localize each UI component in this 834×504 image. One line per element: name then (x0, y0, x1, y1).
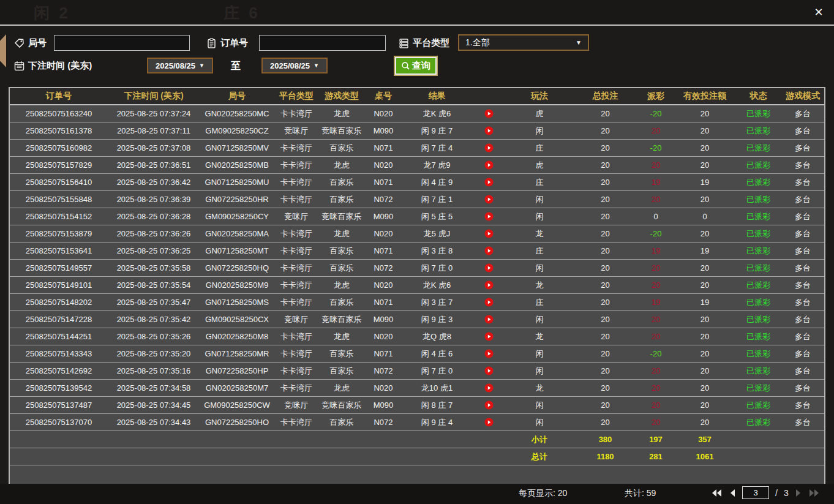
cell-status: 已派彩 (735, 328, 781, 345)
cell-result: 龙K 虎6 (402, 277, 472, 293)
subtotal-payout: 197 (637, 431, 674, 448)
column-header: 下注时间 (美东) (108, 88, 200, 104)
table-row[interactable]: 250825075149557 2025-08-25 07:35:58 GN07… (10, 260, 824, 277)
cell-round-number: GN020258250M8 (200, 328, 274, 345)
cell-game-type: 竞咪百家乐 (318, 122, 365, 139)
cell-play-type: 龙 (506, 277, 573, 293)
cell-payout: -20 (637, 345, 674, 362)
play-video-icon[interactable] (472, 294, 506, 310)
play-video-icon[interactable] (472, 140, 506, 156)
table-row[interactable]: 250825075137070 2025-08-25 07:34:43 GN07… (10, 414, 824, 431)
cell-platform-type: 竞咪厅 (274, 208, 318, 225)
table-row[interactable]: 250825075154152 2025-08-25 07:36:28 GM09… (10, 208, 824, 225)
table-row[interactable]: 250825075142692 2025-08-25 07:35:16 GN07… (10, 363, 824, 380)
table-row[interactable]: 250825075153641 2025-08-25 07:36:25 GN07… (10, 243, 824, 260)
page-number-input[interactable]: 3 (742, 486, 769, 499)
cell-bet-time: 2025-08-25 07:36:39 (108, 191, 200, 208)
footer-bar: 每页显示: 20 共计: 59 3 / 3 (0, 484, 834, 504)
order-number-input[interactable] (259, 35, 386, 51)
cell-table-number: N071 (365, 294, 402, 310)
play-video-icon[interactable] (472, 191, 506, 208)
cell-payout: 20 (637, 414, 674, 431)
total-row: 总计 1180 281 1061 (10, 448, 824, 465)
cell-order-number: 250825075148202 (10, 294, 108, 310)
last-page-icon[interactable] (808, 489, 821, 497)
cell-game-type: 龙虎 (318, 157, 365, 173)
first-page-icon[interactable] (710, 489, 723, 497)
table-row[interactable]: 250825075157829 2025-08-25 07:36:51 GN02… (10, 157, 824, 174)
cell-bet-time: 2025-08-25 07:34:58 (108, 380, 200, 396)
play-video-icon[interactable] (472, 105, 506, 122)
column-header: 结果 (402, 88, 472, 104)
cell-valid-bet: 20 (674, 157, 735, 173)
cell-valid-bet: 19 (674, 243, 735, 259)
round-number-label-group: 局号 (13, 35, 47, 51)
play-video-icon[interactable] (472, 225, 506, 242)
play-video-icon[interactable] (472, 363, 506, 379)
cell-table-number: M090 (365, 397, 402, 413)
close-icon[interactable]: ✕ (811, 4, 827, 20)
round-number-label: 局号 (28, 37, 47, 49)
cell-play-type: 闲 (506, 208, 573, 225)
cell-result: 龙5 虎J (402, 225, 472, 242)
bet-time-label-group: 下注时间 (美东) (13, 58, 92, 73)
table-row[interactable]: 250825075148202 2025-08-25 07:35:47 GN07… (10, 294, 824, 311)
cell-platform-type: 竞咪厅 (274, 397, 318, 413)
cell-valid-bet: 20 (674, 140, 735, 156)
date-to-picker[interactable]: 2025/08/25 ▼ (261, 58, 328, 73)
side-tab-handle[interactable] (0, 34, 6, 67)
table-body: 250825075163240 2025-08-25 07:37:24 GN02… (10, 105, 824, 431)
column-header: 状态 (735, 88, 781, 104)
play-video-icon[interactable] (472, 174, 506, 190)
table-row[interactable]: 250825075143343 2025-08-25 07:35:20 GN07… (10, 345, 824, 363)
cell-game-mode: 多台 (781, 294, 824, 310)
play-video-icon[interactable] (472, 157, 506, 173)
previous-page-icon[interactable] (729, 489, 736, 497)
cell-platform-type: 卡卡湾厅 (274, 414, 318, 431)
cell-round-number: GM090258250CW (200, 397, 274, 413)
table-row[interactable]: 250825075149101 2025-08-25 07:35:54 GN02… (10, 277, 824, 294)
play-video-icon[interactable] (472, 277, 506, 293)
search-button[interactable]: 查询 (395, 57, 437, 75)
cell-valid-bet: 20 (674, 345, 735, 362)
next-page-icon[interactable] (795, 489, 802, 497)
cell-platform-type: 卡卡湾厅 (274, 380, 318, 396)
cell-round-number: GN020258250MA (200, 225, 274, 242)
play-video-icon[interactable] (472, 397, 506, 413)
play-video-icon[interactable] (472, 311, 506, 328)
table-row[interactable]: 250825075139542 2025-08-25 07:34:58 GN02… (10, 380, 824, 397)
cell-play-type: 龙 (506, 225, 573, 242)
platform-type-select[interactable]: 1.全部 ▼ (458, 34, 589, 51)
table-row[interactable]: 250825075153879 2025-08-25 07:36:26 GN02… (10, 225, 824, 243)
table-row[interactable]: 250825075147228 2025-08-25 07:35:42 GM09… (10, 311, 824, 328)
subtotal-row: 小计 380 197 357 (10, 431, 824, 448)
table-row[interactable]: 250825075156410 2025-08-25 07:36:42 GN07… (10, 174, 824, 191)
cell-game-type: 竞咪百家乐 (318, 208, 365, 225)
play-video-icon[interactable] (472, 243, 506, 259)
play-video-icon[interactable] (472, 122, 506, 139)
table-row[interactable]: 250825075144251 2025-08-25 07:35:26 GN02… (10, 328, 824, 345)
play-video-icon[interactable] (472, 380, 506, 396)
round-number-input[interactable] (54, 35, 190, 51)
cell-bet-time: 2025-08-25 07:36:25 (108, 243, 200, 259)
table-row[interactable]: 250825075160982 2025-08-25 07:37:08 GN07… (10, 140, 824, 157)
cell-platform-type: 卡卡湾厅 (274, 225, 318, 242)
cell-result: 闲 7 庄 1 (402, 191, 472, 208)
date-from-picker[interactable]: 2025/08/25 ▼ (147, 58, 213, 73)
cell-status: 已派彩 (735, 294, 781, 310)
cell-payout: 20 (637, 397, 674, 413)
play-video-icon[interactable] (472, 260, 506, 276)
table-row[interactable]: 250825075161378 2025-08-25 07:37:11 GM09… (10, 122, 824, 140)
table-row[interactable]: 250825075137487 2025-08-25 07:34:45 GM09… (10, 397, 824, 414)
cell-game-type: 竞咪百家乐 (318, 311, 365, 328)
total-count-text: 共计: 59 (625, 488, 656, 499)
play-video-icon[interactable] (472, 328, 506, 345)
platform-type-label-group: 平台类型 (398, 35, 449, 51)
play-video-icon[interactable] (472, 208, 506, 225)
table-row[interactable]: 250825075155848 2025-08-25 07:36:39 GN07… (10, 191, 824, 208)
play-video-icon[interactable] (472, 345, 506, 362)
cell-result: 龙K 虎6 (402, 105, 472, 122)
play-video-icon[interactable] (472, 414, 506, 431)
table-row[interactable]: 250825075163240 2025-08-25 07:37:24 GN02… (10, 105, 824, 122)
cell-status: 已派彩 (735, 363, 781, 379)
